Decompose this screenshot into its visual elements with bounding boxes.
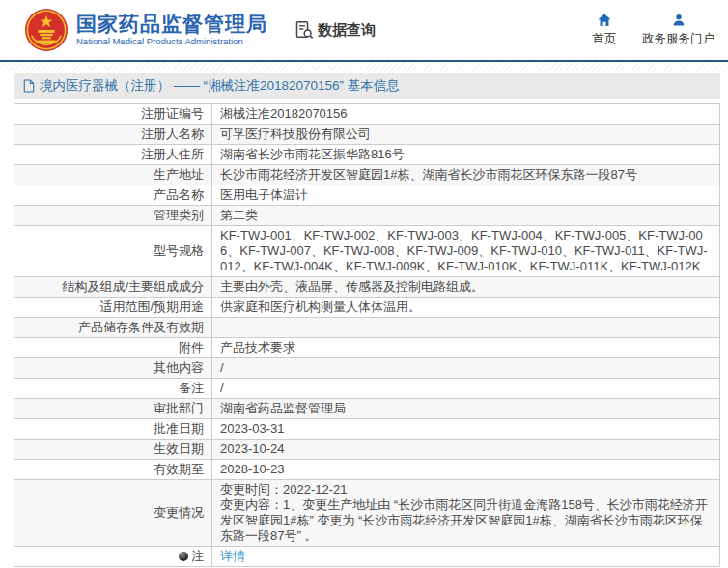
row-label: 批准日期: [14, 419, 212, 440]
document-search-icon: [294, 20, 314, 40]
page-title: 境内医疗器械（注册） —— “湘械注准20182070156” 基本信息: [40, 77, 400, 95]
detail-link[interactable]: 详情: [220, 549, 245, 563]
table-row: 注 详情: [14, 547, 720, 567]
row-label: 有效期至: [14, 460, 212, 480]
row-value: 主要由外壳、液晶屏、传感器及控制电路组成。: [212, 277, 720, 298]
table-row: 型号规格 KF-TWJ-001、KF-TWJ-002、KF-TWJ-003、KF…: [14, 226, 720, 277]
note-icon: [179, 552, 188, 561]
nav-item-portal[interactable]: 政务服务门户: [642, 13, 714, 47]
breadcrumb: 境内医疗器械（注册） —— “湘械注准20182070156” 基本信息: [14, 73, 720, 99]
table-row: 结构及组成/主要组成成分 主要由外壳、液晶屏、传感器及控制电路组成。: [14, 277, 720, 298]
row-value: 产品技术要求: [212, 338, 720, 358]
row-value: 第二类: [212, 206, 720, 226]
row-label: 产品储存条件及有效期: [14, 318, 212, 338]
document-icon: [23, 79, 35, 93]
table-row: 注册人名称 可孚医疗科技股份有限公司: [14, 125, 720, 145]
row-label: 生产地址: [14, 165, 212, 185]
row-value: [212, 318, 720, 338]
row-label: 附件: [14, 338, 212, 358]
table-row: 管理类别 第二类: [14, 206, 720, 226]
row-label: 产品名称: [14, 185, 212, 206]
header-nav: 首页 政务服务门户: [588, 13, 718, 47]
table-row: 适用范围/预期用途 供家庭和医疗机构测量人体体温用。: [14, 298, 720, 318]
brand: 国家药品监督管理局 National Medical Products Admi…: [76, 13, 267, 47]
nav-item-home[interactable]: 首页: [588, 13, 621, 47]
row-value: 湖南省长沙市雨花区振华路816号: [212, 145, 720, 165]
row-value: 湘械注准20182070156: [212, 104, 720, 125]
row-value: 供家庭和医疗机构测量人体体温用。: [212, 298, 720, 318]
row-label: 审批部门: [14, 399, 212, 419]
site-subtitle: National Medical Products Administration: [76, 37, 267, 46]
row-label-text: 注: [191, 549, 204, 563]
row-value: 详情: [212, 547, 720, 567]
data-query-label: 数据查询: [318, 21, 376, 40]
row-label: 备注: [14, 379, 212, 399]
row-value: 可孚医疗科技股份有限公司: [212, 125, 720, 145]
table-row: 注册人住所 湖南省长沙市雨花区振华路816号: [14, 145, 720, 165]
row-label: 注册人名称: [14, 125, 212, 145]
row-label: 变更情况: [14, 480, 212, 547]
row-value: 2023-10-24: [212, 440, 720, 460]
row-label: 结构及组成/主要组成成分: [14, 277, 212, 298]
table-row: 附件 产品技术要求: [14, 338, 720, 358]
table-row: 注册证编号 湘械注准20182070156: [14, 104, 720, 125]
table-row: 生产地址 长沙市雨花经济开发区智庭园1#栋、湖南省长沙市雨花区环保东路一段87号: [14, 165, 720, 185]
user-icon: [671, 13, 686, 28]
row-value: 长沙市雨花经济开发区智庭园1#栋、湖南省长沙市雨花区环保东路一段87号: [212, 165, 720, 185]
home-icon: [597, 13, 612, 28]
table-row: 产品名称 医用电子体温计: [14, 185, 720, 206]
row-label: 适用范围/预期用途: [14, 298, 212, 318]
table-row: 批准日期 2023-03-31: [14, 419, 720, 440]
row-label: 管理类别: [14, 206, 212, 226]
registration-info-table: 注册证编号 湘械注准20182070156 注册人名称 可孚医疗科技股份有限公司…: [14, 103, 720, 567]
table-row: 备注 /: [14, 379, 720, 399]
row-label: 注册证编号: [14, 104, 212, 125]
row-label: 型号规格: [14, 226, 212, 277]
row-label: 其他内容: [14, 358, 212, 379]
table-row: 审批部门 湖南省药品监督管理局: [14, 399, 720, 419]
table-row: 变更情况 变更时间：2022-12-21 变更内容：1、变更生产地址由 “长沙市…: [14, 480, 720, 547]
china-national-emblem-icon: [24, 8, 69, 52]
nav-item-label: 政务服务门户: [642, 31, 714, 47]
row-value: 医用电子体温计: [212, 185, 720, 206]
texture-strip: [0, 62, 728, 71]
data-query-tab[interactable]: 数据查询: [294, 20, 376, 40]
header: 国家药品监督管理局 National Medical Products Admi…: [0, 0, 728, 60]
row-value: /: [212, 379, 720, 399]
table-row: 产品储存条件及有效期: [14, 318, 720, 338]
row-label: 注册人住所: [14, 145, 212, 165]
row-value: KF-TWJ-001、KF-TWJ-002、KF-TWJ-003、KF-TWJ-…: [212, 226, 720, 277]
table-row: 生效日期 2023-10-24: [14, 440, 720, 460]
row-value: /: [212, 358, 720, 379]
site-title: 国家药品监督管理局: [76, 13, 267, 35]
row-value: 2028-10-23: [212, 460, 720, 480]
row-label: 注: [14, 547, 212, 567]
table-row: 有效期至 2028-10-23: [14, 460, 720, 480]
row-value: 湖南省药品监督管理局: [212, 399, 720, 419]
row-value: 2023-03-31: [212, 419, 720, 440]
nav-item-label: 首页: [593, 31, 617, 47]
table-row: 其他内容 /: [14, 358, 720, 379]
row-label: 生效日期: [14, 440, 212, 460]
change-history-value: 变更时间：2022-12-21 变更内容：1、变更生产地址由 “长沙市雨花区同升…: [212, 480, 720, 547]
